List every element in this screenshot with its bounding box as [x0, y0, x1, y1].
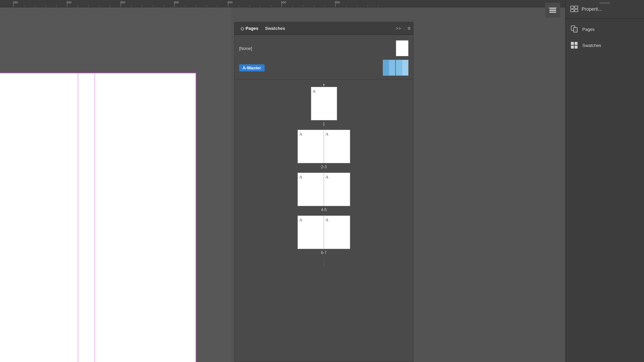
pages-67-label: 6-7 [321, 250, 327, 255]
right-panel-swatches-label: Swatches [582, 43, 601, 48]
document-page [0, 73, 196, 362]
page-2-letter: A [299, 131, 302, 137]
pages-67-spread: A A 6-7 [298, 216, 350, 258]
pages-tab-label: Pages [246, 26, 258, 31]
right-panel-swatches-item[interactable]: Swatches [566, 37, 644, 53]
svg-rect-54 [571, 42, 574, 45]
none-master-thumb [396, 40, 409, 56]
svg-rect-57 [575, 46, 578, 49]
page-5-letter: A [325, 174, 328, 180]
grip-dot-5 [605, 2, 606, 4]
none-master-label: [None] [239, 46, 396, 51]
canvas-area [0, 7, 231, 362]
pages-45-spread: A A 4-5 [298, 173, 350, 215]
right-panel-items: Pages Swatches [566, 18, 644, 56]
pages-45-label: 4-5 [321, 207, 327, 212]
page-3[interactable]: A [324, 130, 350, 163]
pages-icon [570, 24, 579, 34]
svg-rect-56 [571, 46, 574, 49]
a-master-label-selected: A-Master [239, 65, 265, 71]
grip-dot-4 [604, 2, 604, 4]
right-panel-pages-item[interactable]: Pages [566, 21, 644, 37]
page-6[interactable]: A [298, 216, 324, 249]
page-1-spread: ▼ A 1 [311, 83, 337, 129]
svg-rect-44 [549, 10, 556, 11]
page-4-letter: A [299, 174, 302, 180]
spread-connector-4 [324, 259, 324, 266]
page-3-letter: A [325, 131, 328, 137]
svg-rect-45 [549, 12, 556, 13]
pages-23-label: 2-3 [321, 165, 327, 169]
panel-body: [None] A-Master ▼ [234, 35, 413, 362]
column-guide-right [95, 73, 95, 362]
none-master-section: [None] A-Master [234, 38, 413, 79]
page-7-letter: A [325, 217, 328, 223]
svg-rect-49 [571, 9, 574, 12]
svg-rect-47 [571, 6, 574, 8]
svg-text:250: 250 [13, 1, 18, 4]
svg-rect-50 [575, 9, 578, 12]
grip-dot-3 [602, 2, 603, 4]
grip-dot-8 [609, 2, 610, 4]
grip-dot-6 [606, 2, 607, 4]
grip-dot-2 [601, 2, 602, 4]
right-panel-pages-label: Pages [582, 27, 595, 32]
none-master-page-thumb [396, 40, 409, 56]
svg-text:300: 300 [66, 1, 71, 4]
svg-rect-48 [575, 6, 578, 8]
panel-tabs: ◇ Pages Swatches >> | ≡ [234, 22, 413, 35]
svg-rect-43 [549, 8, 556, 9]
swatches-icon [570, 41, 579, 50]
chevron-right-icon: >> [396, 26, 401, 31]
current-page-arrow: ▼ [322, 83, 326, 87]
pages-45-pages: A A [298, 173, 350, 206]
pages-67-pages: A A [298, 216, 350, 249]
svg-text:400: 400 [174, 1, 179, 4]
page-7[interactable]: A [324, 216, 350, 249]
tab-pages[interactable]: ◇ Pages [237, 24, 262, 33]
swatches-tab-label: Swatches [265, 26, 285, 31]
svg-rect-46 [549, 7, 557, 8]
svg-rect-55 [575, 42, 578, 45]
page-1-pages: A [311, 87, 337, 120]
column-guide-left [78, 73, 78, 362]
grip-dot-1 [600, 2, 600, 4]
a-master-thumb [383, 60, 409, 76]
grip-dot-7 [608, 2, 608, 4]
panel-more[interactable]: >> | ≡ [396, 25, 411, 32]
tab-swatches[interactable]: Swatches [262, 24, 288, 32]
pages-grid: ▼ A 1 A A [234, 81, 413, 268]
pages-23-pages: A A [298, 130, 350, 163]
page-4[interactable]: A [298, 173, 324, 206]
right-panel-title: Properti... [582, 6, 602, 12]
pages-panel: ◇ Pages Swatches >> | ≡ [None] A-Master [234, 22, 414, 362]
pages-23-spread: A A 2-3 [298, 130, 350, 172]
svg-text:450: 450 [227, 1, 232, 4]
page-2[interactable]: A [298, 130, 324, 163]
right-panel: Properti... Pages [565, 0, 644, 362]
page-1-label: 1 [323, 122, 325, 126]
page-6-letter: A [299, 217, 302, 223]
properties-icon [570, 4, 579, 14]
svg-text:500: 500 [281, 1, 286, 4]
a-master-item[interactable]: A-Master [237, 58, 411, 77]
page-1[interactable]: A [311, 87, 337, 120]
layers-button[interactable] [545, 3, 560, 18]
page-5[interactable]: A [324, 173, 350, 206]
page-1-letter: A [313, 88, 316, 94]
a-master-page-right [396, 60, 409, 76]
panel-grip [600, 2, 610, 4]
none-master-item[interactable]: [None] [237, 39, 411, 58]
pages-tab-icon: ◇ [240, 26, 244, 31]
a-master-page-left [383, 60, 395, 76]
panel-menu-icon[interactable]: ≡ [408, 25, 411, 32]
svg-text:350: 350 [120, 1, 125, 4]
svg-text:550: 550 [335, 1, 340, 4]
